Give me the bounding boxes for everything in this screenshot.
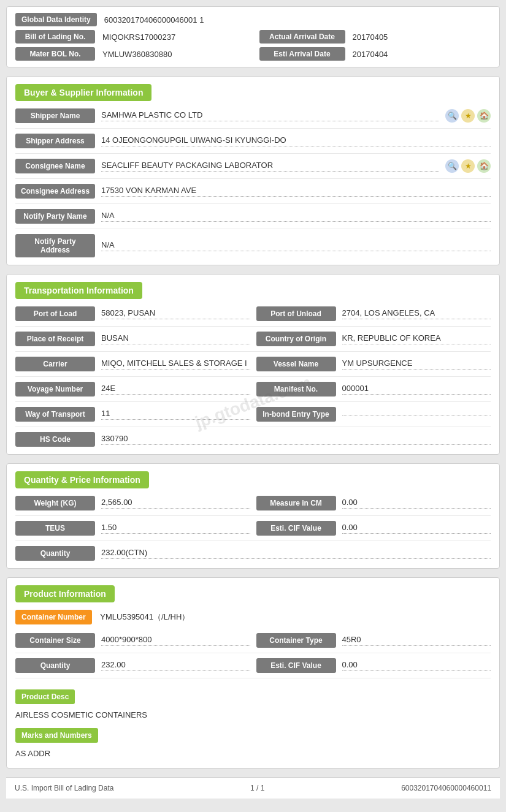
port-load-unload-row: Port of Load 58023, PUSAN Port of Unload… <box>15 306 491 327</box>
product-esti-cif-label: Esti. CIF Value <box>256 658 336 673</box>
transportation-title: Transportation Information <box>15 282 142 299</box>
transport-inbond-row: Way of Transport 11 In-bond Entry Type <box>15 407 491 427</box>
hs-code-label: HS Code <box>15 432 95 447</box>
voyage-number-value: 24E <box>101 384 250 395</box>
product-quantity-label: Quantity <box>15 658 95 673</box>
container-type-value: 45R0 <box>342 635 491 646</box>
voyage-number-label: Voyage Number <box>15 382 95 397</box>
container-number-value: YMLU5395041（/L/HH） <box>100 612 190 621</box>
notify-party-address-label: Notify Party Address <box>15 234 95 257</box>
hs-code-value: 330790 <box>101 434 491 445</box>
shipper-name-label: Shipper Name <box>15 108 95 123</box>
container-type-label: Container Type <box>256 633 336 648</box>
product-desc-value: AIRLESS COSMETIC CONTAINERS <box>15 708 491 722</box>
quantity-price-title: Quantity & Price Information <box>15 471 149 488</box>
consignee-home-icon[interactable]: 🏠 <box>477 159 491 173</box>
bol-value: MIQOKRS17000237 <box>95 32 253 42</box>
in-bond-value <box>342 414 491 415</box>
bol-row: Bill of Lading No. MIQOKRS17000237 Actua… <box>15 30 491 44</box>
buyer-supplier-section: Buyer & Supplier Information Shipper Nam… <box>6 76 500 265</box>
marks-value: AS ADDR <box>15 746 491 761</box>
shipper-address-value: 14 OJEONGONGUPGIL UIWANG-SI KYUNGGI-DO <box>101 135 491 146</box>
global-id-row: Global Data Identity 6003201704060000460… <box>15 13 491 26</box>
country-of-origin-value: KR, REPUBLIC OF KOREA <box>342 333 491 344</box>
shipper-address-row: Shipper Address 14 OJEONGONGUPGIL UIWANG… <box>15 134 491 154</box>
teus-cif-row: TEUS 1.50 Esti. CIF Value 0.00 <box>15 521 491 541</box>
buyer-supplier-title-bar: Buyer & Supplier Information <box>15 84 491 101</box>
in-bond-label: In-bond Entry Type <box>256 407 336 422</box>
consignee-address-value: 17530 VON KARMAN AVE <box>101 186 491 197</box>
consignee-star-icon[interactable]: ★ <box>461 159 475 173</box>
consignee-search-icon[interactable]: 🔍 <box>445 159 459 173</box>
place-of-receipt-label: Place of Receipt <box>15 332 95 346</box>
actual-arrival-label: Actual Arrival Date <box>259 30 345 44</box>
consignee-name-label: Consignee Name <box>15 159 95 173</box>
consignee-address-row: Consignee Address 17530 VON KARMAN AVE <box>15 184 491 204</box>
identity-section: Global Data Identity 6003201704060000460… <box>6 6 500 67</box>
shipper-name-row: Shipper Name SAMHWA PLASTIC CO LTD 🔍 ★ 🏠 <box>15 108 491 129</box>
notify-party-name-label: Notify Party Name <box>15 209 95 224</box>
port-of-unload-label: Port of Unload <box>256 306 336 321</box>
shipper-name-value: SAMHWA PLASTIC CO LTD <box>101 110 439 121</box>
teus-value: 1.50 <box>101 523 250 534</box>
product-desc-label: Product Desc <box>15 689 75 704</box>
transportation-section: Transportation Information Port of Load … <box>6 274 500 455</box>
quantity-label: Quantity <box>15 546 95 561</box>
manifest-no-label: Manifest No. <box>256 382 336 397</box>
product-quantity-cif-row: Quantity 232.00 Esti. CIF Value 0.00 <box>15 658 491 678</box>
port-of-load-value: 58023, PUSAN <box>101 308 250 319</box>
buyer-supplier-title: Buyer & Supplier Information <box>15 84 151 101</box>
notify-party-address-row: Notify Party Address N/A <box>15 234 491 257</box>
master-bol-pair: Mater BOL No. YMLUW360830880 <box>15 47 253 61</box>
consignee-name-row: Consignee Name SEACLIFF BEAUTY PACKAGING… <box>15 159 491 179</box>
product-title-bar: Product Information <box>15 585 491 602</box>
manifest-no-value: 000001 <box>342 384 491 395</box>
shipper-search-icon[interactable]: 🔍 <box>445 109 459 123</box>
product-title: Product Information <box>15 585 115 602</box>
esti-arrival-value: 20170404 <box>345 50 491 59</box>
product-esti-cif-value: 0.00 <box>342 660 491 671</box>
bol-pair: Bill of Lading No. MIQOKRS17000237 <box>15 30 253 44</box>
marks-block: Marks and Numbers <box>15 722 491 746</box>
global-id-label: Global Data Identity <box>15 13 97 26</box>
shipper-address-label: Shipper Address <box>15 134 95 148</box>
consignee-name-value: SEACLIFF BEAUTY PACKAGING LABORATOR <box>101 161 439 172</box>
master-bol-value: YMLUW360830880 <box>95 50 253 59</box>
shipper-icon-group: 🔍 ★ 🏠 <box>445 109 491 123</box>
weight-value: 2,565.00 <box>101 498 250 509</box>
hs-code-row: HS Code 330790 <box>15 432 491 447</box>
container-size-label: Container Size <box>15 633 95 648</box>
actual-arrival-pair: Actual Arrival Date 20170405 <box>253 30 491 44</box>
notify-party-name-value: N/A <box>101 211 491 222</box>
quantity-row: Quantity 232.00(CTN) <box>15 546 491 561</box>
shipper-home-icon[interactable]: 🏠 <box>477 109 491 123</box>
footer: U.S. Import Bill of Lading Data 1 / 1 60… <box>6 777 500 799</box>
shipper-star-icon[interactable]: ★ <box>461 109 475 123</box>
master-bol-row: Mater BOL No. YMLUW360830880 Esti Arriva… <box>15 47 491 61</box>
master-bol-label: Mater BOL No. <box>15 47 95 61</box>
product-section: Product Information Container Number YML… <box>6 577 500 768</box>
bol-label: Bill of Lading No. <box>15 30 95 44</box>
esti-arrival-label: Esti Arrival Date <box>259 47 345 61</box>
place-of-receipt-value: BUSAN <box>101 333 250 344</box>
vessel-name-label: Vessel Name <box>256 357 336 371</box>
footer-right: 6003201704060000460011 <box>401 784 491 792</box>
container-number-block: Container Number YMLU5395041（/L/HH） <box>15 610 491 628</box>
quantity-price-title-bar: Quantity & Price Information <box>15 471 491 488</box>
product-desc-block: Product Desc <box>15 683 491 708</box>
way-of-transport-value: 11 <box>101 409 250 420</box>
port-of-load-label: Port of Load <box>15 306 95 321</box>
notify-party-name-row: Notify Party Name N/A <box>15 209 491 229</box>
footer-center: 1 / 1 <box>250 784 264 792</box>
way-of-transport-label: Way of Transport <box>15 407 95 422</box>
container-size-type-row: Container Size 4000*900*800 Container Ty… <box>15 633 491 653</box>
container-number-label: Container Number <box>15 610 92 624</box>
measure-value: 0.00 <box>342 498 491 509</box>
carrier-label: Carrier <box>15 357 95 371</box>
consignee-icon-group: 🔍 ★ 🏠 <box>445 159 491 173</box>
quantity-value: 232.00(CTN) <box>101 548 491 559</box>
esti-arrival-pair: Esti Arrival Date 20170404 <box>253 47 491 61</box>
footer-left: U.S. Import Bill of Lading Data <box>15 784 113 792</box>
actual-arrival-value: 20170405 <box>345 32 491 42</box>
weight-measure-row: Weight (KG) 2,565.00 Measure in CM 0.00 <box>15 496 491 516</box>
